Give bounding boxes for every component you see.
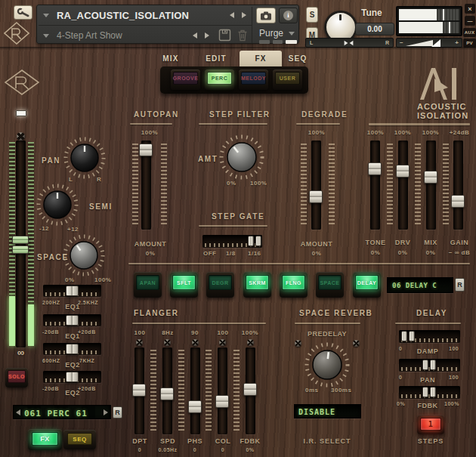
predelay-knob[interactable]: [304, 342, 350, 388]
preset-reset-button[interactable]: R: [113, 406, 122, 418]
pan-center-marker[interactable]: [344, 40, 354, 46]
snapshot-camera-button[interactable]: [256, 8, 276, 23]
semi-knob[interactable]: [36, 184, 79, 226]
eq2-gain-slider[interactable]: [43, 371, 101, 383]
flanger-dpt-handle[interactable]: [132, 384, 146, 397]
tone-slider-handle[interactable]: [368, 162, 382, 175]
drv-slider-handle[interactable]: [396, 165, 410, 178]
flanger-fdbk-handle[interactable]: [243, 383, 257, 396]
flanger-col-track[interactable]: [218, 347, 227, 434]
eq1-gain-slider[interactable]: [43, 314, 101, 326]
delay-damp-slider[interactable]: [399, 330, 460, 343]
camera-icon: [260, 11, 272, 20]
solo-button[interactable]: SOLO: [5, 368, 28, 388]
preset-value[interactable]: 061 PERC 61: [24, 409, 88, 418]
gain-label: GAIN: [444, 239, 474, 246]
gain-slider-handle[interactable]: [451, 195, 465, 208]
step-gate-slider[interactable]: [202, 235, 262, 248]
delay-damp-handle[interactable]: [401, 331, 415, 341]
volume-fader-handle[interactable]: [12, 236, 30, 255]
delay-steps-button[interactable]: 1: [417, 415, 444, 434]
preset-prev-icon[interactable]: [193, 32, 197, 39]
instrument-next-icon[interactable]: [242, 12, 246, 18]
flanger-spd-handle[interactable]: [160, 388, 174, 400]
mix-slider-handle[interactable]: [424, 171, 437, 184]
delay-fdbk-handle[interactable]: [422, 387, 436, 397]
degrade-slider-track[interactable]: [311, 140, 321, 230]
pan-knob[interactable]: [63, 137, 106, 179]
eq2-freq-handle[interactable]: [66, 344, 79, 354]
fx-chain-reset-button[interactable]: R: [455, 278, 465, 292]
flanger-col-handle[interactable]: [215, 395, 229, 408]
eq1-freq-handle[interactable]: [66, 286, 79, 296]
flanger-phs-handle[interactable]: [188, 400, 202, 413]
preset-prev-arrow-icon[interactable]: [16, 409, 20, 415]
amt-knob[interactable]: [219, 134, 264, 180]
eq1-gain-handle[interactable]: [66, 315, 79, 326]
flanger-phs-track[interactable]: [190, 347, 200, 434]
infinity-label: ∞: [13, 347, 29, 358]
flanger-top-3: 100: [211, 329, 235, 336]
fx-button-sflt[interactable]: SFLT: [170, 272, 198, 298]
fx-button-apan[interactable]: APAN: [134, 272, 162, 298]
delay-pan-slider[interactable]: [399, 359, 460, 372]
ir-select-display[interactable]: DISABLE: [294, 404, 361, 418]
eq2-gain-handle[interactable]: [66, 372, 79, 382]
window-minimize-button[interactable]: —: [465, 16, 475, 26]
aux-button[interactable]: aux: [463, 28, 476, 37]
tab-mix[interactable]: MIX: [152, 54, 190, 63]
save-icon[interactable]: [218, 29, 231, 42]
group-user-face: USER: [275, 72, 300, 85]
fx-button-space[interactable]: SPACE: [316, 272, 344, 298]
group-button-groove[interactable]: GROOVE: [171, 69, 200, 90]
purge-label[interactable]: Purge: [259, 28, 283, 39]
eq2-freq-slider[interactable]: [43, 343, 101, 355]
drv-slider-track[interactable]: [398, 140, 408, 230]
group-button-melody[interactable]: MELODY: [239, 69, 268, 90]
instrument-prev-icon[interactable]: [230, 12, 234, 18]
fx-button-flng[interactable]: FLNG: [280, 272, 308, 298]
window-close-button[interactable]: ×: [465, 4, 475, 14]
solo-s-button[interactable]: S: [306, 7, 318, 23]
tone-slider-track[interactable]: [370, 140, 380, 230]
seq-page-button[interactable]: SEQ: [63, 430, 96, 449]
tab-edit[interactable]: EDIT: [197, 54, 235, 63]
preset-selector[interactable]: 061 PERC 61: [13, 405, 111, 419]
fx-chain-value[interactable]: 06 DELAY C: [392, 282, 437, 289]
fx-button-delay[interactable]: DELAY: [353, 272, 381, 298]
delay-pan-handle[interactable]: [422, 360, 436, 370]
instrument-title[interactable]: RA_ACOUSTIC_ISOLATION: [57, 10, 189, 21]
volume-handle[interactable]: [431, 39, 440, 47]
purge-dropdown-icon[interactable]: [289, 32, 295, 36]
fx-button-degr[interactable]: DEGR: [206, 272, 234, 298]
group-button-perc[interactable]: PERC: [205, 69, 234, 90]
step-gate-handle[interactable]: [248, 236, 261, 246]
wrench-button[interactable]: [14, 5, 32, 20]
tab-seq[interactable]: SEQ: [279, 54, 317, 63]
instrument-dropdown-icon[interactable]: [43, 14, 49, 17]
preset-title[interactable]: 4-Step Art Show: [57, 30, 122, 41]
preset-next-icon[interactable]: [205, 32, 209, 39]
meter-right: [399, 22, 459, 33]
trash-icon[interactable]: [236, 29, 249, 42]
eq1-freq-slider[interactable]: [43, 285, 101, 297]
tune-value[interactable]: 0.00: [355, 23, 394, 36]
preset-dropdown-icon[interactable]: [43, 34, 49, 38]
delay-fdbk-slider[interactable]: [399, 386, 460, 399]
pan-left-label: L: [310, 40, 313, 45]
gain-slider-track[interactable]: [453, 140, 463, 230]
info-button[interactable]: i: [279, 8, 298, 23]
fx-chain-display[interactable]: 06 DELAY C: [387, 277, 453, 293]
fx-page-button[interactable]: FX: [28, 429, 62, 450]
tab-fx[interactable]: FX: [240, 51, 282, 67]
level-meters: [396, 6, 462, 36]
mix-slider-track[interactable]: [426, 140, 436, 230]
fx-button-skrm[interactable]: SKRM: [243, 272, 271, 298]
group-button-user[interactable]: USER: [273, 69, 302, 90]
ir-select-value[interactable]: DISABLE: [298, 408, 335, 416]
degrade-amount-value: 0%: [305, 250, 328, 257]
degrade-slider-handle[interactable]: [309, 190, 323, 203]
autopan-slider-handle[interactable]: [139, 144, 153, 156]
preset-next-arrow-icon[interactable]: [104, 409, 108, 415]
space-knob[interactable]: [63, 234, 105, 276]
